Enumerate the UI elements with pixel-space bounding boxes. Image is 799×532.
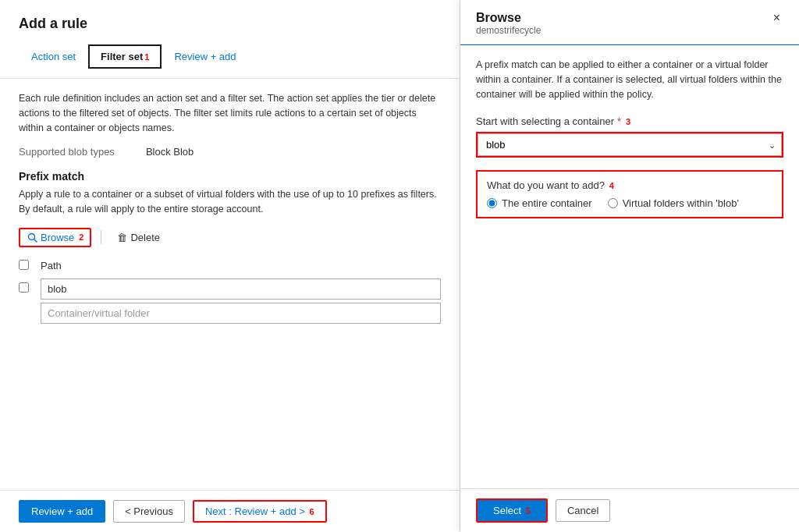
add-options-group: What do you want to add? 4 The entire co…: [476, 170, 783, 218]
path-input[interactable]: [41, 278, 441, 300]
container-label: Start with selecting a container * 3: [476, 115, 783, 127]
virtual-folders-label: Virtual folders within 'blob': [623, 197, 739, 209]
browse-button[interactable]: Browse 2: [19, 228, 91, 247]
info-text: Each rule definition includes an action …: [19, 91, 441, 135]
left-footer: Review + add < Previous Next : Review + …: [0, 490, 460, 532]
browse-header: Browse demostrifecycle ×: [460, 0, 799, 44]
add-question-label: What do you want to add? 4: [487, 179, 772, 191]
blob-types-row: Supported blob types Block Blob: [19, 146, 441, 158]
browse-header-text: Browse demostrifecycle: [476, 11, 541, 36]
prefix-match-desc: Apply a rule to a container or a subset …: [19, 187, 441, 217]
blob-types-value: Block Blob: [146, 146, 194, 158]
header-checkbox-col: [19, 260, 34, 272]
toolbar-separator: [101, 230, 101, 244]
entire-container-radio[interactable]: [487, 198, 497, 208]
close-button[interactable]: ×: [770, 11, 783, 25]
trash-icon: 🗑: [117, 232, 127, 243]
container-select[interactable]: blob: [478, 133, 782, 156]
left-header: Add a rule Action set Filter set1 Review…: [0, 0, 460, 79]
required-star: *: [617, 115, 621, 127]
blob-types-label: Supported blob types: [19, 146, 115, 158]
path-placeholder: Container/virtual folder: [41, 303, 441, 324]
virtual-folders-option[interactable]: Virtual folders within 'blob': [608, 197, 739, 209]
toolbar: Browse 2 🗑 Delete: [19, 228, 441, 247]
delete-button[interactable]: 🗑 Delete: [111, 229, 166, 246]
right-panel: Browse demostrifecycle × A prefix match …: [460, 0, 799, 532]
next-button[interactable]: Next : Review + add > 6: [193, 500, 327, 523]
row-checkbox[interactable]: [19, 282, 29, 293]
browse-footer: Select 5 Cancel: [460, 488, 799, 532]
container-select-wrapper: blob ⌄: [476, 132, 783, 158]
tab-action-set[interactable]: Action set: [19, 44, 88, 69]
prefix-match-title: Prefix match: [19, 170, 441, 183]
virtual-folders-radio[interactable]: [608, 198, 618, 208]
search-icon: [27, 232, 37, 243]
browse-content: A prefix match can be applied to either …: [460, 45, 799, 488]
review-add-button[interactable]: Review + add: [19, 500, 105, 523]
page-title: Add a rule: [19, 16, 441, 32]
left-panel: Add a rule Action set Filter set1 Review…: [0, 0, 460, 532]
path-column-header: Path: [41, 260, 62, 271]
table-header: Path: [19, 257, 441, 275]
tabs: Action set Filter set1 Review + add: [19, 44, 441, 69]
tab-review-add[interactable]: Review + add: [162, 44, 248, 69]
container-select-group: Start with selecting a container * 3 blo…: [476, 115, 783, 158]
browse-title: Browse: [476, 11, 541, 25]
entire-container-label: The entire container: [502, 197, 592, 209]
delete-label: Delete: [130, 232, 160, 243]
tab-filter-set[interactable]: Filter set1: [88, 44, 162, 69]
row-checkbox-col: [19, 282, 34, 295]
select-all-checkbox[interactable]: [19, 260, 29, 270]
entire-container-option[interactable]: The entire container: [487, 197, 592, 209]
select-button[interactable]: Select 5: [476, 498, 548, 523]
browse-label: Browse: [41, 232, 74, 243]
placeholder-row: Container/virtual folder: [19, 303, 441, 324]
browse-subtitle: demostrifecycle: [476, 25, 541, 36]
radio-options: The entire container Virtual folders wit…: [487, 197, 772, 209]
browse-info: A prefix match can be applied to either …: [476, 58, 783, 101]
table-row: [19, 278, 441, 300]
previous-button[interactable]: < Previous: [113, 500, 185, 523]
svg-line-1: [34, 239, 37, 242]
left-content: Each rule definition includes an action …: [0, 79, 460, 490]
cancel-button[interactable]: Cancel: [556, 499, 610, 522]
